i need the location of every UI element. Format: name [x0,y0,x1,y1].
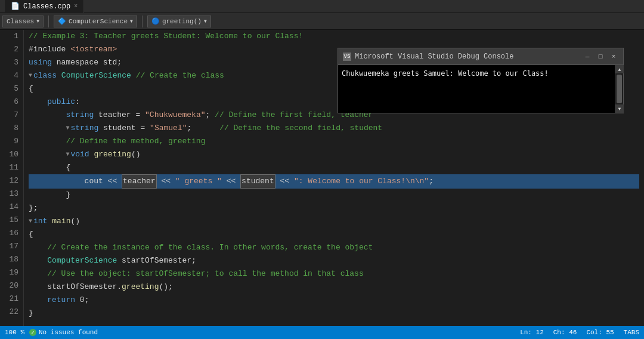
code-line-19: // Use the object: startOfSemester; to c… [29,267,639,281]
code-line-17: // Create the instance of the class. In … [29,241,639,254]
code-line-10: ▼ void greeting() [29,148,639,161]
cs-dropdown-arrow: ▼ [130,19,133,24]
toolbar-separator-2 [142,16,143,27]
active-tab[interactable]: 📄 Classes.cpp × [5,0,84,13]
classes-dropdown-arrow: ▼ [36,19,39,24]
code-line-8: ▼ string student = "Samuel"; // Define t… [29,122,639,135]
classes-dropdown-label: Classes [7,18,34,25]
tab-filename: Classes.cpp [23,2,70,11]
title-bar: 📄 Classes.cpp × [0,0,644,13]
console-scroll-thumb[interactable] [617,75,622,103]
console-scroll-down[interactable]: ▼ [615,104,624,113]
col-position: Col: 55 [586,329,614,336]
comment-1: // Example 3: Teacher greets Student: We… [29,30,303,43]
toolbar-separator-1 [48,16,49,27]
code-line-20: startOfSemester.greeting(); [29,281,639,294]
code-line-13: } [29,189,639,202]
code-line-18: ComputerScience startOfSemester; [29,254,639,267]
console-minimize-btn[interactable]: — [583,52,592,61]
code-line-15: ▼ int main() [29,215,639,228]
computerscience-dropdown[interactable]: 🔷 ComputerScience ▼ [54,16,137,27]
console-app-icon: VS [343,53,351,61]
fold-icon-8: ▼ [66,122,69,135]
no-issues-text: No issues found [39,329,98,336]
status-right: Ln: 12 Ch: 46 Col: 55 TABS [520,329,639,336]
code-line-12: cout << teacher << " greets " << student… [29,174,639,189]
console-scroll-up[interactable]: ▲ [615,65,624,73]
status-bar: 100 % ✓ No issues found Ln: 12 Ch: 46 Co… [0,326,644,339]
console-restore-btn[interactable]: □ [596,52,605,61]
line-position: Ln: 12 [520,329,544,336]
greeting-dropdown-label: greeting() [162,18,202,25]
fold-icon-10: ▼ [66,148,69,161]
greeting-dropdown[interactable]: 🔵 greeting() ▼ [147,16,211,27]
fold-icon-4: ▼ [29,69,32,82]
issues-section: ✓ No issues found [29,329,98,336]
console-close-btn[interactable]: × [609,52,618,61]
toolbar: Classes ▼ 🔷 ComputerScience ▼ 🔵 greeting… [0,13,644,30]
status-left: 100 % ✓ No issues found [5,329,98,336]
code-line-14: }; [29,202,639,215]
char-col: Ch: 46 [553,329,577,336]
tab-close-button[interactable]: × [74,3,78,10]
console-body: Chukwuemeka greets Samuel: Welcome to ou… [338,65,623,113]
code-line-21: return 0; [29,294,639,307]
code-line-9: // Define the method, greeting [29,135,639,148]
console-scrollbar[interactable]: ▲ ▼ [615,65,623,113]
code-line-11: { [29,161,639,174]
console-title: Microsoft Visual Studio Debug Console [355,53,579,61]
code-line-16: { [29,228,639,241]
code-line-1: // Example 3: Teacher greets Student: We… [29,30,639,43]
classes-dropdown[interactable]: Classes ▼ [2,16,44,27]
no-issues-icon: ✓ [29,329,36,336]
code-line-22: } [29,307,639,320]
fold-icon-15: ▼ [29,215,32,228]
console-titlebar: VS Microsoft Visual Studio Debug Console… [338,48,623,65]
greeting-icon: 🔵 [151,17,160,25]
console-output: Chukwuemeka greets Samuel: Welcome to ou… [342,67,620,79]
cs-dropdown-label: ComputerScience [69,18,128,25]
tab-file-icon: 📄 [11,2,20,11]
zoom-level: 100 % [5,329,24,336]
line-numbers: 12345 678910 1112131415 1617181920 2122 [0,30,24,326]
tabs-indicator: TABS [624,329,639,336]
greeting-dropdown-arrow: ▼ [204,19,207,24]
debug-console-window: VS Microsoft Visual Studio Debug Console… [338,48,624,113]
cs-icon: 🔷 [58,17,66,25]
